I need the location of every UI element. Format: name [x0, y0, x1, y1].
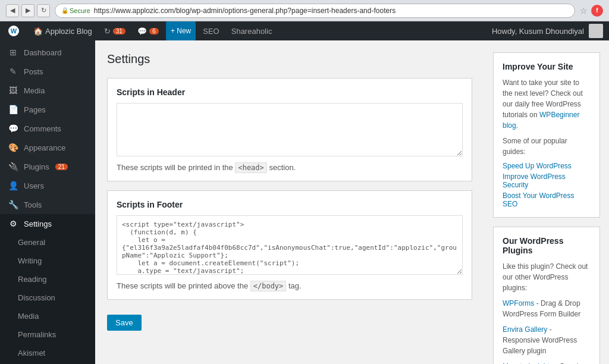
- our-plugins-box: Our WordPress Plugins Like this plugin? …: [493, 227, 600, 364]
- guide-speed-up[interactable]: Speed Up WordPress: [503, 162, 591, 170]
- seo-label: SEO: [203, 27, 219, 36]
- content-area: Settings Scripts in Header These scripts…: [95, 40, 484, 364]
- plugin-wpforms: WPForms - Drag & Drop WordPress Form Bui…: [503, 298, 591, 319]
- shareaholic-label: Shareaholic: [231, 27, 272, 36]
- head-tag-code: <head>: [235, 162, 266, 173]
- wp-logo[interactable]: W: [0, 21, 27, 40]
- our-plugins-title: Our WordPress Plugins: [503, 236, 591, 255]
- sidebar-item-media[interactable]: 🖼 Media: [0, 81, 95, 100]
- dashboard-icon: ⊞: [7, 48, 19, 57]
- seo-link[interactable]: SEO: [197, 21, 225, 40]
- sidebar-item-users[interactable]: 👤 Users: [0, 176, 95, 195]
- page-title: Settings: [107, 52, 472, 66]
- comments-sidebar-icon: 💬: [7, 124, 19, 133]
- header-scripts-textarea[interactable]: [117, 103, 463, 156]
- general-label: General: [18, 238, 45, 247]
- refresh-button[interactable]: ↻: [37, 4, 50, 17]
- plugins-badge: 21: [55, 164, 68, 170]
- plugins-icon: 🔌: [7, 162, 19, 171]
- site-name-label: Applozic Blog: [45, 27, 92, 36]
- improve-site-text: Want to take your site to the next level…: [503, 77, 591, 131]
- sidebar-item-writing[interactable]: Writing: [0, 252, 95, 270]
- shareaholic-link[interactable]: Shareaholic: [225, 21, 278, 40]
- sidebar-item-dashboard[interactable]: ⊞ Dashboard: [0, 43, 95, 62]
- media-settings-label: Media: [18, 312, 39, 321]
- sidebar-item-plugins[interactable]: 🔌 Plugins 21: [0, 157, 95, 176]
- media-icon: 🖼: [7, 86, 19, 95]
- sidebar-item-reading[interactable]: Reading: [0, 270, 95, 288]
- header-scripts-note: These scripts will be printed in the <he…: [117, 163, 463, 172]
- sidebar-item-akismet[interactable]: Akismet: [0, 344, 95, 362]
- admin-bar: W 🏠 Applozic Blog ↻ 31 💬 6 + New SEO Sha…: [0, 21, 609, 40]
- footer-note-after: tag.: [288, 281, 302, 290]
- updates-link[interactable]: ↻ 31: [98, 21, 131, 40]
- plugin-envira: Envira Gallery - Responsive WordPress Ga…: [503, 324, 591, 356]
- plugins-intro: Like this plugin? Check out our other Wo…: [503, 261, 591, 293]
- envira-link[interactable]: Envira Gallery: [503, 325, 547, 334]
- akismet-label: Akismet: [18, 349, 45, 357]
- appearance-icon: 🎨: [7, 143, 19, 152]
- firefox-menu-icon[interactable]: f: [591, 5, 603, 17]
- sidebar-label-dashboard: Dashboard: [24, 48, 62, 57]
- users-icon: 👤: [7, 181, 19, 190]
- address-bar[interactable]: 🔒 Secure https://www.applozic.com/blog/w…: [55, 4, 575, 18]
- main-content: Settings Scripts in Header These scripts…: [95, 21, 609, 364]
- sidebar-item-posts[interactable]: ✎ Posts: [0, 62, 95, 81]
- body-tag-code: </body>: [250, 281, 287, 291]
- back-button[interactable]: ◀: [6, 4, 19, 17]
- sidebar: ⊞ Dashboard ✎ Posts 🖼 Media 📄 Pages 💬 Co…: [0, 21, 95, 364]
- right-panel: Improve Your Site Want to take your site…: [484, 40, 609, 364]
- browser-chrome: ◀ ▶ ↻ 🔒 Secure https://www.applozic.com/…: [0, 0, 609, 21]
- sidebar-item-pages[interactable]: 📄 Pages: [0, 100, 95, 119]
- forward-button[interactable]: ▶: [21, 4, 34, 17]
- guide-security[interactable]: Improve WordPress Security: [503, 172, 591, 189]
- footer-scripts-section: Scripts in Footer <script type="text/jav…: [107, 190, 472, 300]
- sidebar-item-permalinks[interactable]: Permalinks: [0, 325, 95, 344]
- header-note-before: These scripts will be printed in the: [117, 163, 233, 172]
- howdy-text: Howdy, Kusum Dhoundiyal: [492, 24, 609, 38]
- site-name-link[interactable]: 🏠 Applozic Blog: [27, 21, 98, 40]
- comments-link[interactable]: 💬 6: [131, 21, 165, 40]
- secure-badge: 🔒 Secure: [61, 7, 90, 14]
- tools-icon: 🔧: [7, 200, 19, 209]
- sidebar-item-appearance[interactable]: 🎨 Appearance: [0, 138, 95, 157]
- new-label: + New: [171, 27, 191, 35]
- header-scripts-section: Scripts in Header These scripts will be …: [107, 78, 472, 181]
- footer-scripts-textarea[interactable]: <script type="text/javascript"> (functio…: [117, 215, 463, 275]
- posts-icon: ✎: [7, 67, 19, 76]
- sidebar-item-general[interactable]: General: [0, 233, 95, 252]
- sidebar-item-settings[interactable]: ⚙ Settings: [0, 214, 95, 233]
- sidebar-item-comments[interactable]: 💬 Comments: [0, 119, 95, 138]
- improve-site-title: Improve Your Site: [503, 62, 591, 71]
- pages-icon: 📄: [7, 105, 19, 114]
- settings-icon: ⚙: [7, 219, 19, 228]
- footer-scripts-note: These scripts will be printed above the …: [117, 281, 463, 290]
- footer-scripts-label: Scripts in Footer: [117, 200, 463, 209]
- sidebar-label-posts: Posts: [24, 67, 43, 76]
- sidebar-label-appearance: Appearance: [24, 143, 65, 152]
- sidebar-item-discussion[interactable]: Discussion: [0, 288, 95, 307]
- sidebar-label-tools: Tools: [24, 200, 42, 209]
- wp-icon: W: [8, 26, 19, 36]
- secure-label: Secure: [70, 7, 90, 14]
- sidebar-label-settings: Settings: [24, 219, 52, 228]
- settings-submenu: General Writing Reading Discussion Media…: [0, 233, 95, 364]
- updates-count: 31: [113, 28, 125, 34]
- updates-icon: ↻: [104, 27, 111, 36]
- save-button[interactable]: Save: [107, 315, 142, 331]
- sidebar-item-tools[interactable]: 🔧 Tools: [0, 195, 95, 214]
- discussion-label: Discussion: [18, 293, 55, 302]
- bookmark-icon[interactable]: ☆: [580, 6, 588, 15]
- sidebar-label-users: Users: [24, 181, 44, 190]
- wp-admin: W 🏠 Applozic Blog ↻ 31 💬 6 + New SEO Sha…: [0, 21, 609, 364]
- guide-seo[interactable]: Boost Your WordPress SEO: [503, 192, 591, 208]
- header-scripts-label: Scripts in Header: [117, 87, 463, 97]
- header-note-after: section.: [269, 163, 296, 172]
- sidebar-item-media-settings[interactable]: Media: [0, 307, 95, 325]
- sidebar-label-media: Media: [24, 86, 45, 95]
- improve-site-box: Improve Your Site Want to take your site…: [493, 52, 600, 218]
- wpforms-link[interactable]: WPForms: [503, 299, 534, 307]
- sidebar-label-comments: Comments: [24, 124, 61, 133]
- new-content-button[interactable]: + New: [166, 21, 196, 40]
- popular-guides-label: Some of our popular guides:: [503, 136, 591, 157]
